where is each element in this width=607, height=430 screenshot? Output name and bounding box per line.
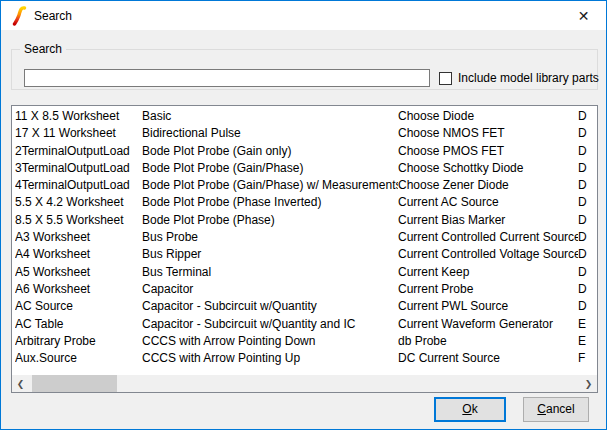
list-item[interactable]: A4 Worksheet Bus Ripper Current Controll…	[12, 246, 597, 263]
close-icon: ✕	[578, 8, 590, 24]
cancel-button[interactable]: Cancel	[523, 397, 589, 422]
list-item-col1: 5.5 X 4.2 Worksheet	[15, 194, 142, 211]
list-item-col4-truncated: D	[578, 143, 597, 160]
list-item-col3: Choose NMOS FET	[398, 125, 578, 142]
list-item-col2: Capacitor	[142, 281, 398, 298]
list-item-col4-truncated: D	[578, 298, 597, 315]
list-item-col2: Basic	[142, 108, 398, 125]
list-item-col1: Aux.Source	[15, 350, 142, 367]
list-item-col2: Bode Plot Probe (Phase Inverted)	[142, 194, 398, 211]
list-item-col4-truncated: D	[578, 125, 597, 142]
list-item-col2: Bode Plot Probe (Gain only)	[142, 143, 398, 160]
chevron-left-icon: ❮	[17, 379, 25, 389]
list-item-col1: AC Table	[15, 316, 142, 333]
list-item-col3: db Probe	[398, 333, 578, 350]
list-item-col1: A5 Worksheet	[15, 264, 142, 281]
list-item-col3: Current PWL Source	[398, 298, 578, 315]
list-item[interactable]: A6 Worksheet Capacitor Current Probe D	[12, 281, 597, 298]
titlebar: Search ✕	[1, 1, 606, 30]
list-item-col1: A6 Worksheet	[15, 281, 142, 298]
list-item-col1: 17 X 11 Worksheet	[15, 125, 142, 142]
list-item-col4-truncated: D	[578, 246, 597, 263]
list-item[interactable]: 8.5 X 5.5 Worksheet Bode Plot Probe (Pha…	[12, 212, 597, 229]
list-item-col2: Capacitor - Subcircuit w/Quantity	[142, 298, 398, 315]
list-item-col3: Current AC Source	[398, 194, 578, 211]
search-group-label: Search	[20, 42, 66, 56]
list-item-col4-truncated: E	[578, 316, 597, 333]
window-title: Search	[34, 9, 72, 23]
list-item[interactable]: AC Source Capacitor - Subcircuit w/Quant…	[12, 298, 597, 315]
list-item[interactable]: 17 X 11 Worksheet Bidirectional Pulse Ch…	[12, 125, 597, 142]
list-item-col1: 3TerminalOutputLoad	[15, 160, 142, 177]
scroll-right-button[interactable]: ❯	[580, 375, 597, 392]
list-item-col4-truncated: D	[578, 160, 597, 177]
list-item[interactable]: Aux.Source CCCS with Arrow Pointing Up D…	[12, 350, 597, 367]
list-item-col1: 8.5 X 5.5 Worksheet	[15, 212, 142, 229]
list-item-col2: Bode Plot Probe (Gain/Phase)	[142, 160, 398, 177]
list-item-col4-truncated: D	[578, 194, 597, 211]
list-item-col4-truncated: E	[578, 333, 597, 350]
list-item-col1: Arbitrary Probe	[15, 333, 142, 350]
list-item-col3: DC Current Source	[398, 350, 578, 367]
list-item-col1: 4TerminalOutputLoad	[15, 177, 142, 194]
list-item-col2: Bidirectional Pulse	[142, 125, 398, 142]
list-item-col2: Capacitor - Subcircuit w/Quantity and IC	[142, 316, 398, 333]
list-item[interactable]: 3TerminalOutputLoad Bode Plot Probe (Gai…	[12, 160, 597, 177]
list-item-col1: 2TerminalOutputLoad	[15, 143, 142, 160]
scrollbar-thumb[interactable]	[32, 375, 117, 392]
list-item-col3: Current Keep	[398, 264, 578, 281]
ok-button[interactable]: Ok	[434, 397, 506, 422]
include-model-library-label: Include model library parts	[458, 71, 599, 85]
list-item[interactable]: 4TerminalOutputLoad Bode Plot Probe (Gai…	[12, 177, 597, 194]
list-item-col4-truncated: D	[578, 212, 597, 229]
list-item[interactable]: 5.5 X 4.2 Worksheet Bode Plot Probe (Pha…	[12, 194, 597, 211]
list-item[interactable]: 2TerminalOutputLoad Bode Plot Probe (Gai…	[12, 143, 597, 160]
search-groupbox: Search Include model library parts	[11, 49, 598, 90]
list-item[interactable]: A3 Worksheet Bus Probe Current Controlle…	[12, 229, 597, 246]
parts-list: 11 X 8.5 Worksheet Basic Choose Diode D …	[12, 108, 597, 367]
list-item-col4-truncated: D	[578, 177, 597, 194]
list-item-col2: CCCS with Arrow Pointing Up	[142, 350, 398, 367]
list-item-col3: Choose Diode	[398, 108, 578, 125]
chevron-right-icon: ❯	[585, 379, 593, 389]
list-item-col3: Choose PMOS FET	[398, 143, 578, 160]
list-item-col4-truncated: F	[578, 350, 597, 367]
horizontal-scrollbar: ❮ ❯	[12, 375, 597, 392]
list-item-col1: AC Source	[15, 298, 142, 315]
list-item[interactable]: Arbitrary Probe CCCS with Arrow Pointing…	[12, 333, 597, 350]
app-logo-icon	[12, 6, 27, 26]
list-item-col3: Current Controlled Voltage Source	[398, 246, 578, 263]
list-item-col2: Bus Terminal	[142, 264, 398, 281]
list-item-col1: A3 Worksheet	[15, 229, 142, 246]
scrollbar-track[interactable]	[29, 375, 580, 392]
list-item[interactable]: A5 Worksheet Bus Terminal Current Keep D	[12, 264, 597, 281]
close-button[interactable]: ✕	[561, 1, 606, 30]
list-item-col2: Bode Plot Probe (Gain/Phase) w/ Measurem…	[142, 177, 398, 194]
include-model-library-checkbox[interactable]	[439, 72, 452, 85]
scroll-left-button[interactable]: ❮	[12, 375, 29, 392]
list-item-col2: Bus Ripper	[142, 246, 398, 263]
list-item-col2: Bus Probe	[142, 229, 398, 246]
list-item-col1: 11 X 8.5 Worksheet	[15, 108, 142, 125]
list-item-col3: Current Waveform Generator	[398, 316, 578, 333]
list-item-col4-truncated: D	[578, 229, 597, 246]
list-item-col3: Current Controlled Current Source	[398, 229, 578, 246]
list-item-col2: Bode Plot Probe (Phase)	[142, 212, 398, 229]
list-item-col3: Choose Zener Diode	[398, 177, 578, 194]
list-item-col3: Choose Schottky Diode	[398, 160, 578, 177]
list-item-col4-truncated: D	[578, 264, 597, 281]
list-item[interactable]: 11 X 8.5 Worksheet Basic Choose Diode D	[12, 108, 597, 125]
list-item-col4-truncated: D	[578, 108, 597, 125]
list-item-col3: Current Bias Marker	[398, 212, 578, 229]
search-dialog: Search ✕ Search Include model library pa…	[0, 0, 607, 430]
list-item-col3: Current Probe	[398, 281, 578, 298]
parts-list-container: 11 X 8.5 Worksheet Basic Choose Diode D …	[11, 105, 598, 393]
list-item-col4-truncated: D	[578, 281, 597, 298]
list-item-col2: CCCS with Arrow Pointing Down	[142, 333, 398, 350]
list-item-col1: A4 Worksheet	[15, 246, 142, 263]
search-input[interactable]	[24, 69, 430, 87]
list-item[interactable]: AC Table Capacitor - Subcircuit w/Quanti…	[12, 316, 597, 333]
